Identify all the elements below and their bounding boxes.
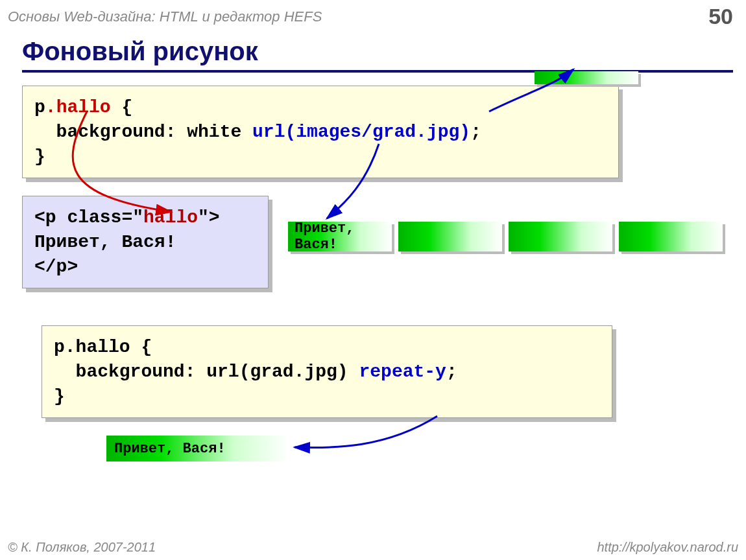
gradient-tile-1: Привет, Вася! <box>288 222 392 251</box>
css1-dot: . <box>45 97 56 117</box>
footer-url: http://kpolyakov.narod.ru <box>597 540 738 555</box>
gradient-tile-4 <box>619 222 723 251</box>
css1-close-brace: } <box>34 146 45 167</box>
content-area: p.hallo { background: white url(images/g… <box>22 86 724 539</box>
course-title: Основы Web-дизайна: HTML и редактор HEFS <box>8 8 322 25</box>
css1-open-brace: { <box>111 97 133 117</box>
header-bar: Основы Web-дизайна: HTML и редактор HEFS… <box>0 0 746 30</box>
gradient-swatch <box>535 71 638 84</box>
gradient-tile-3 <box>509 222 612 251</box>
css1-class: hallo <box>56 97 111 117</box>
page-number: 50 <box>708 4 733 29</box>
footer-copyright: © К. Поляков, 2007-2011 <box>8 540 156 555</box>
gradient-repeat-row: Привет, Вася! <box>288 222 723 251</box>
css2-repeat: repeat-y <box>359 362 446 382</box>
css1-semi: ; <box>470 122 481 142</box>
html-open-c: "> <box>198 207 220 228</box>
html-open-a: <p class=" <box>34 207 143 228</box>
html-content: Привет, Вася! <box>34 232 176 252</box>
slide-title: Фоновый рисунок <box>22 37 746 66</box>
html-code-box: <p class="hallo"> Привет, Вася! </p> <box>22 196 269 288</box>
css1-prop: background: white <box>34 122 252 142</box>
css2-line1: p.hallo { <box>54 337 152 357</box>
html-close: </p> <box>34 257 78 277</box>
css2-prop: background: url(grad.jpg) <box>54 362 359 382</box>
css-code-box-1: p.hallo { background: white url(images/g… <box>22 86 619 178</box>
tile-text-1: Привет, Вася! <box>295 220 392 253</box>
gradient-tile-2 <box>398 222 502 251</box>
css-code-box-2: p.hallo { background: url(grad.jpg) repe… <box>42 325 612 418</box>
gradient-sample-single: Привет, Вася! <box>106 436 288 461</box>
html-class-value: hallo <box>143 207 198 228</box>
css2-close: } <box>54 386 65 406</box>
footer: © К. Поляков, 2007-2011 http://kpolyakov… <box>8 540 738 555</box>
css1-selector-p: p <box>34 97 45 117</box>
single-sample-text: Привет, Вася! <box>114 441 226 457</box>
css1-url: url(images/grad.jpg) <box>252 122 470 142</box>
css2-semi: ; <box>446 362 457 382</box>
